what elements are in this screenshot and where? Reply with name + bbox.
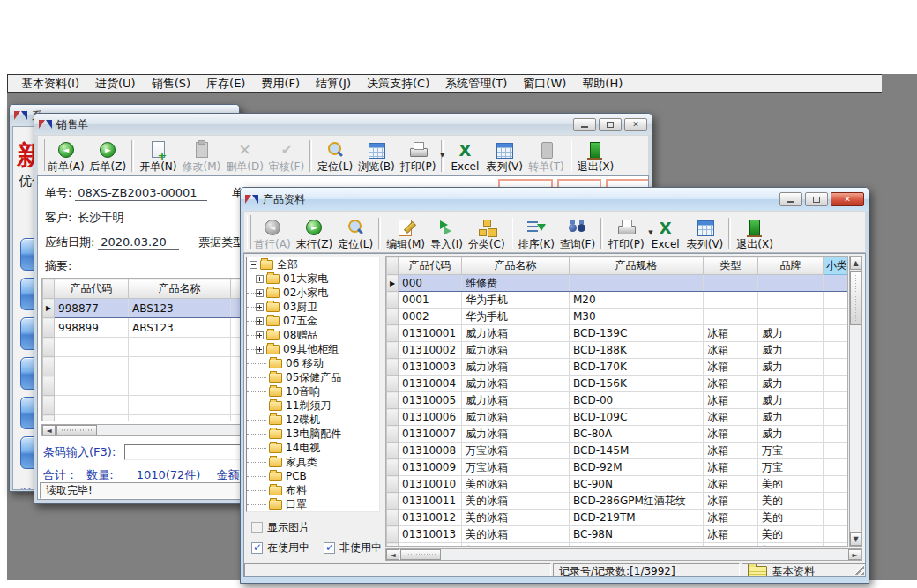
filter-in-use[interactable]: 在使用中 xyxy=(251,540,309,555)
column-header[interactable]: 产品名称 xyxy=(462,257,570,275)
product-vertical-scrollbar[interactable]: ▲ ▼ xyxy=(849,256,862,547)
expand-icon[interactable] xyxy=(256,331,264,339)
tree-item[interactable]: 13电脑配件 xyxy=(247,427,379,441)
menu-item[interactable]: 销售(S) xyxy=(144,76,198,92)
checkbox-icon[interactable] xyxy=(251,542,263,554)
checkbox-icon[interactable] xyxy=(251,522,263,533)
table-row[interactable]: 01310007威力冰箱BC-80A冰箱威力 xyxy=(387,426,848,443)
columns-button[interactable]: 表列(V) xyxy=(684,217,727,251)
sales-window-titlebar[interactable]: 销售单 ✕ xyxy=(34,114,652,135)
menu-item[interactable]: 决策支持(C) xyxy=(359,76,437,92)
due-date-value[interactable]: 2020.03.20 xyxy=(98,235,179,250)
tree-item[interactable]: 10音响 xyxy=(247,384,379,398)
product-window-titlebar[interactable]: 产品资料 ✕ xyxy=(241,188,869,211)
table-row[interactable]: 01310002威力冰箱BCD-188K冰箱威力 xyxy=(387,342,848,359)
exit-button[interactable]: 退出(X) xyxy=(575,139,617,174)
scroll-left-icon[interactable]: ◄ xyxy=(42,425,56,435)
locate-button[interactable]: 定位(L) xyxy=(335,217,376,251)
menu-item[interactable]: 帮助(H) xyxy=(574,76,630,92)
scroll-thumb[interactable] xyxy=(850,271,861,325)
tree-item[interactable]: 14电视 xyxy=(247,441,379,455)
table-row[interactable]: 01310009万宝冰箱BCD-92M冰箱万宝 xyxy=(387,459,848,476)
column-header[interactable]: 类型 xyxy=(704,257,758,275)
tree-item[interactable]: 12碟机 xyxy=(247,413,379,427)
collapse-icon[interactable] xyxy=(250,261,257,269)
minimize-button[interactable] xyxy=(573,118,596,131)
import-button[interactable]: 导入(I) xyxy=(428,217,466,251)
table-row[interactable]: 01310003威力冰箱BCD-170K冰箱威力 xyxy=(387,359,848,376)
menu-item[interactable]: 窗口(W) xyxy=(515,76,574,92)
close-button[interactable]: ✕ xyxy=(831,192,864,206)
menu-item[interactable]: 进货(U) xyxy=(87,76,144,92)
menu-item[interactable]: 库存(E) xyxy=(198,76,253,92)
table-row[interactable]: 01310012美的冰箱BCD-219TM冰箱美的 xyxy=(387,510,848,526)
tree-item[interactable]: 03厨卫 xyxy=(247,300,379,314)
browse-button[interactable]: 浏览(B) xyxy=(355,139,398,174)
expand-icon[interactable] xyxy=(256,346,264,354)
order-no-value[interactable]: 08XS-ZB2003-00001 xyxy=(75,186,207,201)
tree-item[interactable]: 全部 xyxy=(247,257,379,272)
exit-button[interactable]: 退出(X) xyxy=(734,217,776,251)
column-header[interactable]: 产品名称 xyxy=(129,279,231,299)
dropdown-arrow-icon[interactable]: ▼ xyxy=(440,152,444,159)
last-row-button[interactable]: 末行(Z) xyxy=(294,217,336,251)
columns-button[interactable]: 表列(V) xyxy=(483,139,526,174)
tree-item[interactable]: 05保健产品 xyxy=(247,370,379,384)
scroll-right-icon[interactable]: ► xyxy=(848,549,861,560)
table-row[interactable]: 01310013美的冰箱BC-98N冰箱美的 xyxy=(387,526,848,543)
menu-item[interactable]: 结算(J) xyxy=(308,76,359,92)
tree-item[interactable]: 11剃须刀 xyxy=(247,398,379,413)
tree-item[interactable]: 06 移动 xyxy=(247,356,379,370)
column-header[interactable]: 品牌 xyxy=(758,257,824,275)
table-row[interactable]: 01310010美的冰箱BC-90N冰箱美的 xyxy=(387,476,848,493)
tree-item[interactable]: 09其他柜组 xyxy=(247,342,379,356)
scroll-left-icon[interactable]: ◄ xyxy=(386,549,399,560)
customer-value[interactable]: 长沙干明 xyxy=(75,210,227,227)
table-row[interactable]: 01310014美的冰箱冰箱美的 xyxy=(387,543,848,547)
tree-item[interactable]: 08赠品 xyxy=(247,328,379,342)
menu-item[interactable]: 基本资料(I) xyxy=(13,76,87,92)
column-header[interactable]: 产品规格 xyxy=(570,257,704,275)
expand-icon[interactable] xyxy=(256,289,264,297)
column-header[interactable]: 小类 xyxy=(824,257,848,275)
tree-item[interactable]: 07五金 xyxy=(247,314,379,328)
table-row[interactable]: 01310004威力冰箱BCD-156K冰箱威力 xyxy=(387,376,848,392)
expand-icon[interactable] xyxy=(256,317,264,325)
scroll-up-icon[interactable]: ▲ xyxy=(850,257,861,270)
scroll-thumb[interactable] xyxy=(400,549,441,560)
table-row[interactable]: 01310005威力冰箱BCD-00冰箱威力 xyxy=(387,392,848,409)
filter-show-image[interactable]: 显示图片 xyxy=(251,520,309,535)
table-row[interactable]: 01310001威力冰箱BCD-139C冰箱威力 xyxy=(387,325,848,342)
close-button[interactable]: ✕ xyxy=(624,118,647,131)
minimize-button[interactable] xyxy=(779,192,802,206)
edit-button[interactable]: 编辑(M) xyxy=(384,217,428,251)
table-row[interactable]: 01310008万宝冰箱BCD-145M冰箱万宝 xyxy=(387,443,848,459)
excel-button[interactable]: Excel xyxy=(446,139,483,174)
table-row[interactable]: 01310006威力冰箱BCD-109C冰箱威力 xyxy=(387,409,848,426)
print-button[interactable]: 打印(P)▼ xyxy=(398,139,439,174)
print-button[interactable]: 打印(P)▼ xyxy=(606,217,647,251)
menu-item[interactable]: 系统管理(T) xyxy=(437,76,515,92)
table-row[interactable]: 0002华为手机M30 xyxy=(387,309,848,325)
tree-item[interactable]: 02小家电 xyxy=(247,286,379,300)
new-order-button[interactable]: 开单(N) xyxy=(137,139,179,174)
table-row[interactable]: ▶000维修费 xyxy=(387,275,848,292)
sort-button[interactable]: 排序(K) xyxy=(516,217,557,251)
filter-not-in-use[interactable]: 非使用中 xyxy=(324,540,382,555)
restore-button[interactable] xyxy=(599,118,622,131)
table-row[interactable]: 01310011美的冰箱BCD-286GPM红酒花纹冰箱美的 xyxy=(387,493,848,510)
prev-order-button[interactable]: 前单(A) xyxy=(45,139,87,174)
tree-item[interactable]: 01大家电 xyxy=(247,272,379,286)
scroll-thumb[interactable] xyxy=(56,425,97,435)
classify-button[interactable]: 分类(C) xyxy=(466,217,508,251)
tree-item[interactable]: 家具类 xyxy=(247,455,379,469)
tree-item[interactable]: PCB xyxy=(247,469,379,483)
excel-button[interactable]: Excel xyxy=(647,217,684,251)
menu-item[interactable]: 费用(F) xyxy=(253,76,308,92)
expand-icon[interactable] xyxy=(256,303,264,311)
expand-icon[interactable] xyxy=(256,275,264,283)
column-header[interactable]: 产品代码 xyxy=(55,279,129,299)
checkbox-icon[interactable] xyxy=(324,542,335,554)
scroll-down-icon[interactable]: ▼ xyxy=(850,532,861,546)
column-header[interactable]: 产品代码 xyxy=(399,257,462,275)
